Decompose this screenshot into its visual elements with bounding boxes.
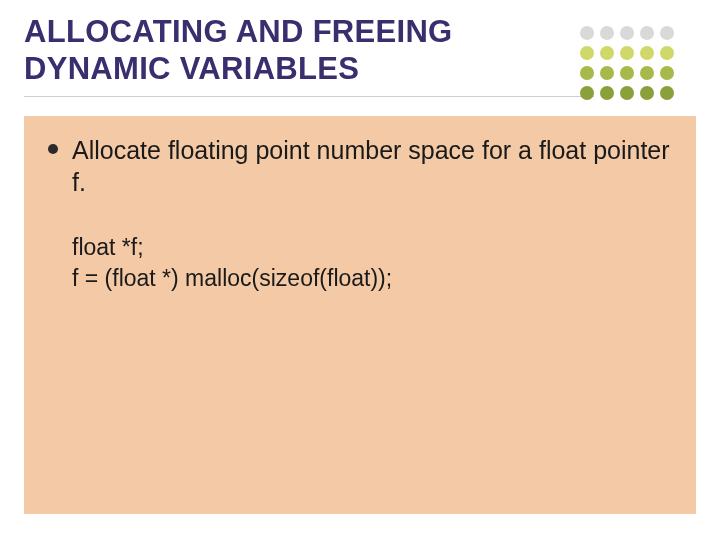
slide-title-area: ALLOCATING AND FREEING DYNAMIC VARIABLES: [24, 14, 584, 87]
decor-dot-icon: [640, 26, 654, 40]
decor-dot-icon: [600, 86, 614, 100]
decor-dot-icon: [640, 66, 654, 80]
content-box: Allocate floating point number space for…: [24, 116, 696, 514]
decor-dot-icon: [620, 26, 634, 40]
decor-dot-icon: [620, 86, 634, 100]
code-line-2: f = (float *) malloc(sizeof(float));: [72, 263, 672, 294]
decorative-dot-grid: [580, 26, 700, 104]
decor-dot-icon: [660, 86, 674, 100]
bullet-item: Allocate floating point number space for…: [48, 134, 672, 198]
title-underline: [24, 96, 594, 97]
decor-dot-icon: [600, 66, 614, 80]
decor-dot-icon: [580, 26, 594, 40]
code-block: float *f; f = (float *) malloc(sizeof(fl…: [72, 232, 672, 294]
decor-dot-icon: [620, 46, 634, 60]
decor-dot-icon: [660, 46, 674, 60]
slide-title: ALLOCATING AND FREEING DYNAMIC VARIABLES: [24, 14, 584, 87]
decor-dot-icon: [600, 46, 614, 60]
decor-dot-icon: [660, 66, 674, 80]
decor-dot-icon: [600, 26, 614, 40]
decor-dot-icon: [580, 46, 594, 60]
decor-dot-icon: [580, 66, 594, 80]
slide: ALLOCATING AND FREEING DYNAMIC VARIABLES…: [0, 0, 720, 540]
bullet-icon: [48, 144, 58, 154]
decor-dot-icon: [660, 26, 674, 40]
decor-dot-icon: [640, 46, 654, 60]
decor-dot-icon: [640, 86, 654, 100]
code-line-1: float *f;: [72, 232, 672, 263]
decor-dot-icon: [580, 86, 594, 100]
bullet-text: Allocate floating point number space for…: [72, 134, 672, 198]
decor-dot-icon: [620, 66, 634, 80]
